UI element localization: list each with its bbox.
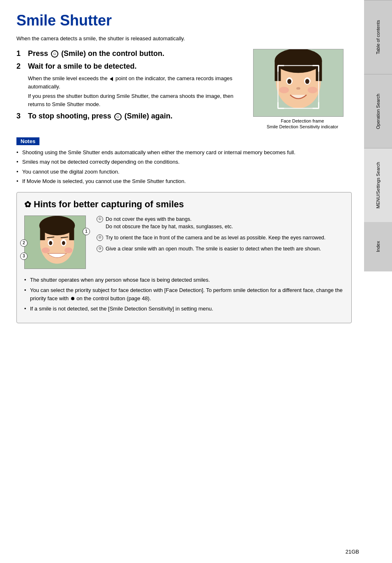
hints-inner: 1 2 3 ① Do not cover the eyes with the b… [24,215,344,270]
smile-icon-2: ☺ [114,113,122,120]
step-1-text: Press ☺ (Smile) on the control button. [28,49,164,58]
hints-extra-1: The shutter operates when any person who… [24,276,344,284]
step-2: 2 Wait for a smile to be detected. [16,62,245,71]
svg-point-30 [42,247,50,253]
step-2-desc1: When the smile level exceeds the point o… [28,74,245,90]
hints-box: ✿ Hints for better capturing of smiles [16,192,352,323]
step-number-2: 2 [16,62,28,71]
hints-image [24,215,86,269]
hints-title-text: Hints for better capturing of smiles [34,199,184,210]
sidebar: Table of contents Operation Search MENU/… [364,0,392,563]
camera-image [253,49,344,117]
intro-text: When the camera detects a smile, the shu… [16,35,352,42]
hints-icon: ✿ [24,199,31,209]
notes-section: Notes Shooting using the Smile Shutter e… [16,137,352,185]
hints-circle-3: ③ [97,246,103,252]
sidebar-tab-contents[interactable]: Table of contents [364,0,392,74]
hints-text-item-2: ② Try to orient the face in front of the… [97,234,344,242]
hints-circle-2: ② [97,234,103,241]
step-1: 1 Press ☺ (Smile) on the control button. [16,49,245,58]
svg-point-28 [49,241,52,245]
smile-sensitivity-caption: Smile Detection Sensitivity indicator [253,124,352,129]
notes-item-3: You cannot use the digital zoom function… [16,168,352,176]
step-number-3: 3 [16,112,28,120]
sidebar-tab-index-label: Index [376,241,380,253]
hints-desc-3: Give a clear smile with an open mouth. T… [106,245,321,253]
camera-image-area: Face Detection frame Smile Detection Sen… [253,49,352,129]
notes-item-2: Smiles may not be detected correctly dep… [16,158,352,166]
svg-point-9 [296,87,300,89]
page-title: Smile Shutter [16,12,352,29]
hint-num-3-marker: 3 [20,253,28,260]
hint-num-1-marker: 1 [83,228,90,235]
notes-badge: Notes [16,137,39,145]
step-number-1: 1 [16,49,28,58]
hints-image-area: 1 2 3 [24,215,90,270]
sidebar-tab-menu-label: MENU/Settings Search [376,162,380,209]
page-number: 21GB [346,549,359,555]
svg-point-2 [275,49,322,73]
svg-point-11 [308,87,318,93]
svg-point-8 [305,79,309,84]
step-3-text: To stop shooting, press ☺ (Smile) again. [28,111,173,121]
svg-point-7 [287,79,291,84]
hints-extra-2: You can select the priority subject for … [24,286,344,302]
svg-point-31 [65,247,73,253]
hints-extra-3: If a smile is not detected, set the [Smi… [24,305,344,313]
face-detection-caption: Face Detection frame [253,118,352,123]
hints-circle-1: ① [97,216,103,222]
smile-icon: ☺ [51,50,58,58]
hints-desc-1: Do not cover the eyes with the bangs.Do … [106,215,233,231]
hints-text-item-3: ③ Give a clear smile with an open mouth.… [97,245,344,253]
hints-title: ✿ Hints for better capturing of smiles [24,199,344,210]
sidebar-tab-operation[interactable]: Operation Search [364,74,392,148]
svg-point-29 [62,241,65,245]
bullet-circle-icon [71,297,74,300]
hints-text-area: ① Do not cover the eyes with the bangs.D… [97,215,344,270]
sidebar-tab-operation-label: Operation Search [376,93,380,129]
hints-extra-list: The shutter operates when any person who… [24,276,344,313]
hints-text-item-1: ① Do not cover the eyes with the bangs.D… [97,215,344,231]
hint-num-2-marker: 2 [20,239,28,247]
svg-rect-25 [69,224,74,240]
step-2-content: When the smile level exceeds the point o… [28,74,245,108]
notes-item-1: Shooting using the Smile Shutter ends au… [16,148,352,157]
step-2-text: Wait for a smile to be detected. [28,62,136,71]
svg-rect-24 [40,224,45,240]
notes-item-4: If Movie Mode is selected, you cannot us… [16,177,352,185]
notes-list: Shooting using the Smile Shutter ends au… [16,148,352,185]
sidebar-tab-menu[interactable]: MENU/Settings Search [364,148,392,222]
sidebar-tab-index[interactable]: Index [364,222,392,271]
step-3: 3 To stop shooting, press ☺ (Smile) agai… [16,111,245,121]
step-2-desc2: If you press the shutter button during S… [28,92,245,108]
hints-desc-2: Try to orient the face in front of the c… [106,234,325,242]
svg-point-10 [279,87,289,93]
sidebar-tab-contents-label: Table of contents [376,20,380,54]
